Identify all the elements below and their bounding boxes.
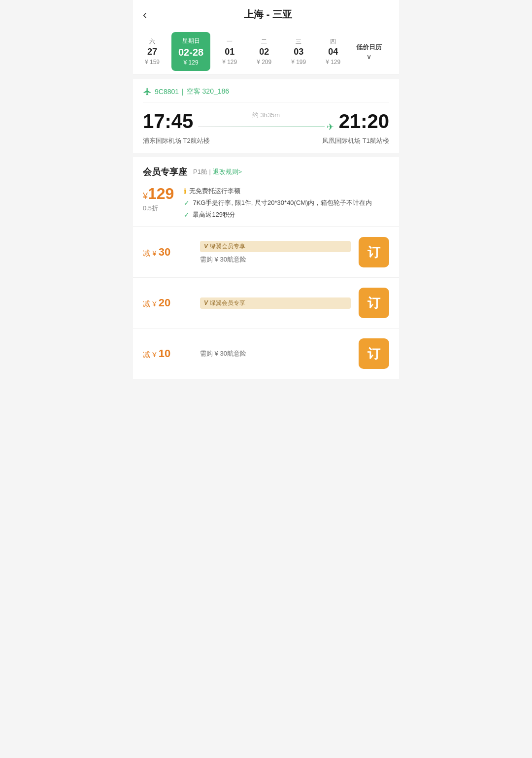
promo-middle: 需购 ¥ 30航意险 [200, 349, 351, 358]
airport-row: 浦东国际机场 T2航站楼 凤凰国际机场 T1航站楼 [143, 136, 389, 153]
flight-line [198, 127, 324, 127]
flight-time-row: 17:45 约 3h35m ✈ 21:20 [143, 102, 389, 136]
date-price: ¥ 129 [184, 59, 199, 66]
page-title: 上海 - 三亚 [147, 8, 389, 21]
promo-middle: V 绿翼会员专享 需购 ¥ 30航意险 [200, 241, 351, 264]
chevron-down-icon: ∨ [366, 53, 371, 61]
member-badge: V 绿翼会员专享 [200, 241, 351, 252]
date-item-4[interactable]: 三 03 ¥ 199 [281, 29, 316, 74]
perks-col: ℹ 无免费托运行李额 ✓ 7KG手提行李, 限1件, 尺寸20*30*40(CM… [184, 185, 389, 219]
arrow-line: ✈ [198, 122, 333, 132]
promo-row-2: 减 ¥ 10 需购 ¥ 30航意险 订 [133, 329, 399, 379]
airline-icon [143, 87, 152, 96]
badge-text: 绿翼会员专享 [210, 242, 245, 251]
perk-icon: ✓ [184, 211, 190, 219]
book-button-2[interactable]: 订 [359, 338, 389, 369]
weekday: 二 [261, 37, 267, 46]
book-button-0[interactable]: 订 [359, 237, 389, 267]
date-price: ¥ 199 [291, 59, 306, 66]
badge-text: 绿翼会员专享 [210, 299, 245, 307]
perk-text: 最高返129积分 [193, 210, 235, 219]
promo-section: 减 ¥ 30 V 绿翼会员专享 需购 ¥ 30航意险 订 减 ¥ 20 V 绿翼… [133, 227, 399, 379]
seat-meta: P1舱 | 退改规则> [193, 167, 242, 176]
promo-middle: V 绿翼会员专享 [200, 297, 351, 309]
weekday: 六 [149, 37, 155, 46]
arrival-airport: 凤凰国际机场 T1航站楼 [322, 136, 389, 145]
promo-row-1: 减 ¥ 20 V 绿翼会员专享 订 [133, 278, 399, 329]
perk-item-0: ℹ 无免费托运行李额 [184, 187, 389, 196]
weekday: 三 [296, 37, 301, 46]
flight-card: 9C8801 | 空客 320_186 17:45 约 3h35m ✈ 21:2… [133, 79, 399, 153]
date-item-5[interactable]: 四 04 ¥ 129 [316, 29, 350, 74]
promo-row-0: 减 ¥ 30 V 绿翼会员专享 需购 ¥ 30航意险 订 [133, 227, 399, 278]
departure-time: 17:45 [143, 110, 193, 132]
promo-condition: 需购 ¥ 30航意险 [200, 349, 351, 358]
weekday: 星期日 [182, 37, 200, 45]
calendar-button[interactable]: 低价日历 ∨ [350, 29, 388, 74]
perk-text: 无免费托运行李额 [189, 187, 240, 196]
airline-row: 9C8801 | 空客 320_186 [143, 87, 389, 102]
perk-item-2: ✓ 最高返129积分 [184, 210, 389, 219]
plane-icon: ✈ [327, 122, 334, 132]
date-num: 02-28 [178, 46, 203, 58]
discount-label: 0.5折 [143, 204, 174, 213]
promo-discount: 减 ¥ 10 [143, 347, 192, 360]
date-num: 04 [328, 47, 338, 58]
perk-icon: ℹ [184, 187, 186, 195]
seat-price-row: ¥129 0.5折 ℹ 无免费托运行李额 ✓ 7KG手提行李, 限1件, 尺寸2… [143, 185, 389, 219]
flight-middle: 约 3h35m ✈ [193, 111, 338, 132]
date-price: ¥ 209 [257, 59, 271, 66]
badge-icon: V [204, 299, 208, 306]
date-num: 01 [225, 47, 234, 58]
promo-discount: 减 ¥ 30 [143, 246, 192, 259]
separator: | [182, 88, 184, 96]
date-bar: 六 27 ¥ 159 星期日 02-28 ¥ 129 一 01 ¥ 129 二 … [133, 29, 399, 74]
seat-type: 会员专享座 [143, 166, 187, 178]
weekday: 一 [227, 37, 233, 46]
calendar-label: 低价日历 [356, 43, 382, 52]
price-col: ¥129 0.5折 [143, 185, 174, 219]
date-price: ¥ 159 [145, 59, 160, 66]
back-button[interactable]: ‹ [143, 9, 147, 21]
arrival-time: 21:20 [339, 110, 389, 132]
date-item-0[interactable]: 六 27 ¥ 159 [135, 29, 169, 74]
promo-discount: 减 ¥ 20 [143, 297, 192, 309]
date-num: 27 [147, 47, 157, 58]
date-num: 02 [259, 47, 269, 58]
date-num: 03 [294, 47, 303, 58]
weekday: 四 [330, 37, 336, 46]
seat-price: ¥129 [143, 185, 174, 203]
seat-section: 会员专享座 P1舱 | 退改规则> ¥129 0.5折 ℹ 无免费托运行李额 ✓… [133, 157, 399, 226]
date-price: ¥ 129 [222, 59, 237, 66]
date-item-1[interactable]: 星期日 02-28 ¥ 129 [171, 32, 210, 71]
flight-code: 9C8801 [155, 88, 179, 96]
date-price: ¥ 129 [326, 59, 340, 66]
refund-rules-link[interactable]: 退改规则> [213, 168, 242, 175]
book-button-1[interactable]: 订 [359, 288, 389, 318]
member-badge: V 绿翼会员专享 [200, 297, 351, 309]
date-item-2[interactable]: 一 01 ¥ 129 [212, 29, 247, 74]
aircraft-type: 空客 320_186 [187, 87, 229, 96]
perk-item-1: ✓ 7KG手提行李, 限1件, 尺寸20*30*40(CM)内，箱包轮子不计在内 [184, 198, 389, 207]
perk-icon: ✓ [184, 199, 190, 207]
date-item-3[interactable]: 二 02 ¥ 209 [247, 29, 281, 74]
header: ‹ 上海 - 三亚 [133, 0, 399, 29]
promo-condition: 需购 ¥ 30航意险 [200, 255, 351, 264]
badge-icon: V [204, 243, 208, 250]
seat-header: 会员专享座 P1舱 | 退改规则> [143, 166, 389, 178]
price-symbol: ¥ [143, 191, 148, 201]
departure-airport: 浦东国际机场 T2航站楼 [143, 136, 210, 145]
perk-text: 7KG手提行李, 限1件, 尺寸20*30*40(CM)内，箱包轮子不计在内 [193, 198, 372, 207]
duration: 约 3h35m [252, 111, 280, 120]
